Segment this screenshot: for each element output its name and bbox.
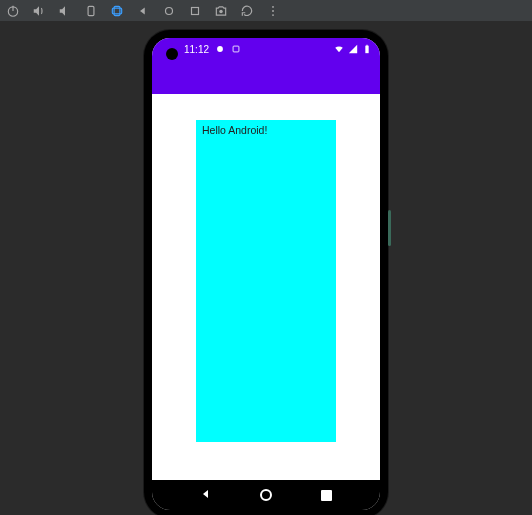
svg-point-5 (166, 7, 173, 14)
svg-rect-6 (192, 7, 199, 14)
camera-cutout (166, 48, 178, 60)
svg-point-7 (219, 9, 223, 12)
card-icon (231, 44, 241, 54)
rotate-left-icon[interactable] (84, 4, 98, 18)
svg-rect-13 (365, 46, 368, 54)
volume-up-icon[interactable] (32, 4, 46, 18)
android-status-bar[interactable]: 11:12 (152, 38, 380, 60)
power-icon[interactable] (6, 4, 20, 18)
nav-home-button[interactable] (259, 488, 273, 502)
overview-nav-icon[interactable] (188, 4, 202, 18)
more-icon[interactable] (266, 4, 280, 18)
home-nav-icon[interactable] (162, 4, 176, 18)
svg-rect-2 (88, 6, 94, 15)
svg-rect-12 (233, 46, 239, 52)
wifi-icon (334, 44, 344, 54)
phone-frame: 11:12 Hello Android! (144, 30, 388, 515)
svg-point-9 (272, 10, 274, 12)
gear-icon (215, 44, 225, 54)
status-right (334, 44, 372, 54)
phone-side-button (388, 210, 391, 246)
reload-icon[interactable] (240, 4, 254, 18)
nav-recent-button[interactable] (319, 488, 333, 502)
emulator-toolbar (0, 0, 532, 22)
nav-back-button[interactable] (199, 488, 213, 502)
app-content: Hello Android! (152, 94, 380, 480)
status-left: 11:12 (184, 44, 241, 55)
svg-point-11 (217, 46, 223, 52)
screenshot-icon[interactable] (214, 4, 228, 18)
svg-rect-14 (366, 45, 368, 46)
signal-icon (348, 44, 358, 54)
svg-point-10 (272, 14, 274, 16)
back-nav-icon[interactable] (136, 4, 150, 18)
battery-icon (362, 44, 372, 54)
app-action-bar (152, 60, 380, 94)
android-nav-bar (152, 480, 380, 510)
status-time: 11:12 (184, 44, 209, 55)
svg-point-8 (272, 5, 274, 7)
hello-text: Hello Android! (202, 124, 330, 136)
volume-down-icon[interactable] (58, 4, 72, 18)
phone-screen: 11:12 Hello Android! (152, 38, 380, 510)
device-stage: 11:12 Hello Android! (0, 22, 532, 515)
cyan-box: Hello Android! (196, 120, 336, 442)
rotate-right-icon[interactable] (110, 4, 124, 18)
